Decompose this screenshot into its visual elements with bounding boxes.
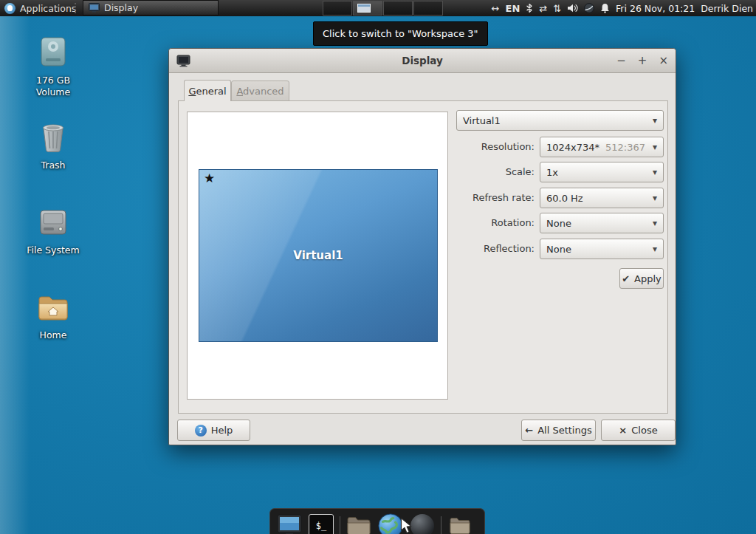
dialog-titlebar[interactable]: Display − + × [169,49,676,73]
refresh-rate-select[interactable]: 60.0 Hz ▾ [540,188,664,208]
desktop-icon-filesystem[interactable]: File System [22,205,84,256]
dialog-title: Display [169,55,676,66]
workspace-4[interactable] [413,1,443,16]
chevron-down-icon: ▾ [653,142,657,152]
dock-separator [441,516,441,534]
keyboard-layout-indicator[interactable]: EN [506,4,520,13]
help-icon: ? [195,425,207,437]
trash-icon [36,120,70,154]
chevron-down-icon: ▾ [653,167,657,177]
panel-separator [75,3,80,13]
window-button-label: Display [104,2,138,13]
monitor-preview-label: Virtual1 [199,170,437,341]
maximize-button[interactable]: + [638,55,647,66]
workspace-tooltip: Click to switch to "Workspace 3" [313,21,488,46]
back-arrow-icon: ← [525,425,533,436]
tab-advanced[interactable]: Advanced [231,81,289,102]
user-menu[interactable]: Derrik Dien [701,3,753,14]
minimize-button[interactable]: − [616,55,626,66]
window-list-button-display[interactable]: Display [83,0,219,16]
workspace-1[interactable] [323,1,352,16]
applications-label: Applications [20,3,76,14]
dock-terminal-icon[interactable]: $_ [308,513,334,534]
clock[interactable]: Fri 26 Nov, 01:21 [616,3,695,14]
icon-label: Home [40,329,67,341]
chevron-down-icon: ▾ [653,115,657,126]
applications-button[interactable]: Applications [0,0,80,16]
rotation-label: Rotation: [456,213,535,233]
all-settings-button[interactable]: ← All Settings [521,420,596,441]
icon-label: 176 GB Volume [22,75,84,97]
chevron-down-icon: ▾ [653,193,657,203]
workspace-switcher [323,1,444,16]
close-window-button[interactable]: × [659,55,668,66]
bluetooth-icon[interactable] [526,3,533,13]
monitor-preview-panel: ★ Virtual1 [187,112,448,400]
display-dialog: Display − + × General Advanced ★ Virtual… [168,48,676,445]
tooltip-text: Click to switch to "Workspace 3" [323,28,478,39]
mini-window-icon [357,4,371,13]
reflection-select[interactable]: None ▾ [540,239,664,259]
monitor-select[interactable]: Virtual1 ▾ [456,110,664,131]
volume-icon[interactable] [567,3,578,13]
check-icon: ✔ [622,273,630,284]
resolution-label: Resolution: [456,137,535,157]
filesystem-drive-icon [36,205,70,239]
chevron-down-icon: ▾ [653,244,657,254]
system-tray: ↔ EN ⇄ ⇅ Fri 26 Nov, 01:21 Derrik Dien [492,0,756,16]
workspace-3[interactable] [383,1,413,16]
workspace-2[interactable] [353,1,382,16]
icon-label: File System [27,244,80,256]
apply-button[interactable]: ✔ Apply [619,268,664,289]
dock: $_ [269,508,485,534]
harddrive-volume-icon [36,35,70,69]
help-button[interactable]: ? Help [177,420,250,441]
xubuntu-logo-icon [4,3,16,14]
updown-traffic-icon[interactable]: ⇅ [553,4,561,13]
mouse-cursor [399,517,413,534]
home-folder-icon [36,290,70,324]
reflection-label: Reflection: [456,239,535,259]
top-panel: Applications Display ↔ EN ⇄ ⇅ [0,0,756,16]
globe-indicator-icon[interactable] [584,3,594,13]
dock-file-manager-icon[interactable] [346,513,372,534]
refresh-rate-label: Refresh rate: [456,188,535,208]
chevron-down-icon: ▾ [653,218,657,228]
scale-label: Scale: [456,162,535,182]
rotation-select[interactable]: None ▾ [540,213,664,233]
desktop-icon-home[interactable]: Home [22,290,84,341]
dock-folder-icon[interactable] [447,513,473,534]
scale-select[interactable]: 1x ▾ [540,162,664,182]
resolution-select[interactable]: 1024x734* 512:367 ▾ [540,137,664,157]
icon-label: Trash [41,160,65,171]
close-dialog-button[interactable]: × Close [601,420,676,441]
aspect-ratio-value: 512:367 [605,142,645,153]
window-icon [89,3,100,13]
network-icon[interactable]: ↔ [492,4,500,13]
notification-bell-icon[interactable] [600,3,610,13]
close-icon: × [619,425,627,436]
dock-separator [340,516,340,534]
tab-general[interactable]: General [184,80,231,101]
monitor-preview[interactable]: ★ Virtual1 [199,169,438,342]
desktop-icon-volume[interactable]: 176 GB Volume [22,35,84,97]
desktop-icon-trash[interactable]: Trash [22,120,84,171]
dock-display-settings-icon[interactable] [276,513,303,534]
desktop: Applications Display ↔ EN ⇄ ⇅ [0,0,756,534]
connection-icon[interactable]: ⇄ [539,4,547,13]
